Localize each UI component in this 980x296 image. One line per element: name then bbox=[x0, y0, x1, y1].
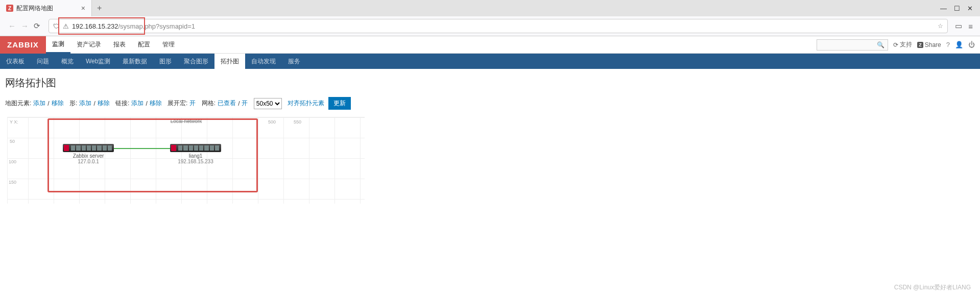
tab-bar: Z 配置网络地图 × + — ☐ ✕ bbox=[0, 0, 980, 16]
subnav-screens[interactable]: 聚合图形 bbox=[178, 54, 214, 69]
tab-favicon: Z bbox=[6, 5, 13, 12]
url-right-icons: ▭ ≡ bbox=[952, 21, 976, 31]
subnav-dashboard[interactable]: 仪表板 bbox=[0, 54, 31, 69]
node-name: Zabbix server bbox=[63, 153, 114, 159]
shield-icon[interactable]: 🛡 bbox=[53, 22, 60, 30]
maximize-icon[interactable]: ☐ bbox=[954, 5, 960, 12]
update-button[interactable]: 更新 bbox=[328, 97, 351, 110]
map-toolbar: 地图元素: 添加/ 移除 形: 添加/ 移除 链接: 添加/ 移除 展开宏: 开… bbox=[0, 95, 980, 115]
map-title: Local network bbox=[171, 118, 202, 124]
reader-icon[interactable]: ▭ bbox=[955, 21, 962, 31]
main-nav: 监测 资产记录 报表 配置 管理 bbox=[46, 36, 181, 54]
subnav-services[interactable]: 服务 bbox=[282, 54, 306, 69]
subnav-web[interactable]: Web监测 bbox=[80, 54, 116, 69]
window-controls: — ☐ ✕ bbox=[933, 5, 980, 12]
subnav-problems[interactable]: 问题 bbox=[31, 54, 55, 69]
subnav-graphs[interactable]: 图形 bbox=[153, 54, 178, 69]
lbl-link: 链接: bbox=[115, 99, 129, 108]
power-icon[interactable]: ⏻ bbox=[968, 41, 975, 48]
y-tick-50: 50 bbox=[10, 139, 15, 144]
grid-shown[interactable]: 已查看 bbox=[218, 99, 236, 108]
subnav-discovery[interactable]: 自动发现 bbox=[245, 54, 282, 69]
subnav-overview[interactable]: 概览 bbox=[55, 54, 80, 69]
new-tab-button[interactable]: + bbox=[92, 4, 107, 13]
x-tick-500: 500 bbox=[268, 119, 276, 125]
map-node-zabbix-server[interactable]: Zabbix server 127.0.0.1 bbox=[63, 144, 114, 164]
header-right: 🔍 ⟳ 支持 Z Share ? 👤 ⏻ bbox=[817, 39, 980, 51]
forward-icon[interactable]: → bbox=[21, 21, 29, 31]
server-icon bbox=[63, 144, 114, 152]
subnav-latest[interactable]: 最新数据 bbox=[116, 54, 153, 69]
align-link[interactable]: 对齐拓扑元素 bbox=[288, 99, 324, 108]
nav-admin[interactable]: 管理 bbox=[156, 36, 181, 54]
nav-buttons: ← → ⟳ bbox=[4, 21, 44, 31]
share-link[interactable]: Z Share bbox=[917, 41, 941, 48]
lbl-grid: 网格: bbox=[202, 99, 216, 108]
reload-icon[interactable]: ⟳ bbox=[34, 21, 40, 31]
map-canvas[interactable]: Y X: 50 100 150 500 550 Local network Za… bbox=[7, 117, 365, 204]
tab-title: 配置网络地图 bbox=[16, 4, 78, 13]
lock-icon[interactable]: ⚠ bbox=[63, 22, 69, 30]
browser-chrome: Z 配置网络地图 × + — ☐ ✕ ← → ⟳ 🛡 ⚠ 192.168.15.… bbox=[0, 0, 980, 36]
y-tick-100: 100 bbox=[9, 159, 16, 164]
tab-close-icon[interactable]: × bbox=[81, 4, 85, 12]
nav-monitoring[interactable]: 监测 bbox=[46, 36, 70, 54]
user-icon[interactable]: 👤 bbox=[955, 41, 963, 48]
search-icon: 🔍 bbox=[877, 41, 885, 48]
url-bar-row: ← → ⟳ 🛡 ⚠ 192.168.15.232/sysmap.php?sysm… bbox=[0, 16, 980, 36]
server-icon bbox=[170, 144, 221, 152]
expand-on[interactable]: 开 bbox=[189, 99, 196, 108]
help-icon[interactable]: ? bbox=[946, 41, 950, 48]
lbl-expand: 展开宏: bbox=[168, 99, 187, 108]
map-container: Y X: 50 100 150 500 550 Local network Za… bbox=[5, 115, 975, 206]
axis-yx: Y X: bbox=[10, 119, 18, 125]
url-text: 192.168.15.232/sysmap.php?sysmapid=1 bbox=[72, 22, 935, 30]
node-addr: 127.0.0.1 bbox=[63, 159, 114, 164]
grid-size-select[interactable]: 50x50 bbox=[254, 98, 282, 109]
shape-remove[interactable]: 移除 bbox=[98, 99, 110, 108]
node-addr: 192.168.15.233 bbox=[170, 159, 221, 164]
zabbix-header: ZABBIX 监测 资产记录 报表 配置 管理 🔍 ⟳ 支持 Z Share ?… bbox=[0, 36, 980, 54]
map-node-liang1[interactable]: liang1 192.168.15.233 bbox=[170, 144, 221, 164]
link-add[interactable]: 添加 bbox=[131, 99, 144, 108]
sub-nav: 仪表板 问题 概览 Web监测 最新数据 图形 聚合图形 拓扑图 自动发现 服务 bbox=[0, 54, 980, 69]
search-input[interactable]: 🔍 bbox=[817, 39, 888, 51]
lbl-element: 地图元素: bbox=[5, 99, 31, 108]
shape-add[interactable]: 添加 bbox=[79, 99, 91, 108]
zabbix-logo[interactable]: ZABBIX bbox=[0, 36, 46, 54]
node-name: liang1 bbox=[170, 153, 221, 159]
element-add[interactable]: 添加 bbox=[33, 99, 45, 108]
url-bar[interactable]: 🛡 ⚠ 192.168.15.232/sysmap.php?sysmapid=1… bbox=[49, 19, 948, 33]
x-tick-550: 550 bbox=[294, 119, 301, 125]
link-remove[interactable]: 移除 bbox=[150, 99, 162, 108]
grid-on[interactable]: 开 bbox=[242, 99, 248, 108]
bookmark-icon[interactable]: ☆ bbox=[938, 22, 943, 30]
menu-icon[interactable]: ≡ bbox=[968, 22, 973, 31]
nav-reports[interactable]: 报表 bbox=[107, 36, 132, 54]
lbl-shape: 形: bbox=[69, 99, 77, 108]
minimize-icon[interactable]: — bbox=[940, 5, 947, 12]
nav-config[interactable]: 配置 bbox=[132, 36, 156, 54]
y-tick-150: 150 bbox=[9, 180, 16, 185]
support-link[interactable]: ⟳ 支持 bbox=[893, 40, 912, 49]
browser-tab[interactable]: Z 配置网络地图 × bbox=[0, 0, 92, 16]
page-title: 网络拓扑图 bbox=[0, 69, 980, 95]
nav-inventory[interactable]: 资产记录 bbox=[70, 36, 107, 54]
close-window-icon[interactable]: ✕ bbox=[967, 5, 973, 12]
subnav-maps[interactable]: 拓扑图 bbox=[214, 54, 245, 69]
element-remove[interactable]: 移除 bbox=[52, 99, 64, 108]
back-icon[interactable]: ← bbox=[8, 21, 16, 31]
